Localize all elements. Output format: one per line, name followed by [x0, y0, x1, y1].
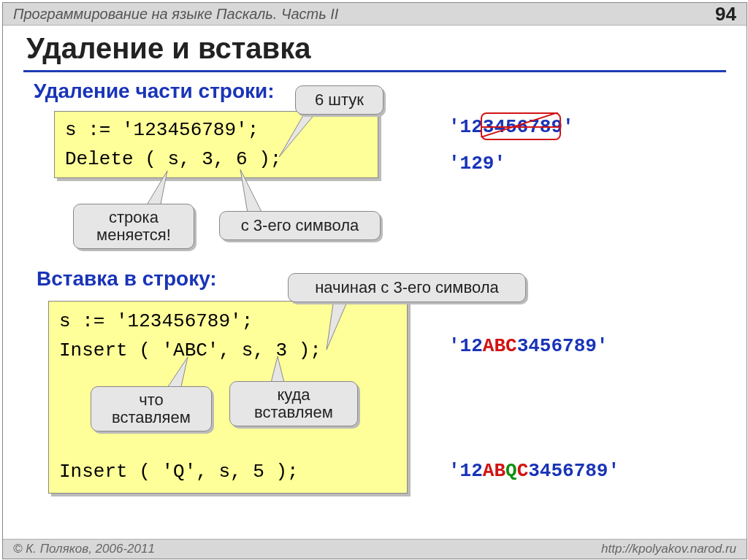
text: '12	[449, 335, 483, 357]
callout-where-insert: куда вставляем	[229, 381, 358, 426]
code-line: Insert ( 'Q', s, 5 );	[59, 461, 299, 483]
text: '12	[449, 460, 483, 482]
slide: Программирование на языке Паскаль. Часть…	[2, 2, 747, 559]
bottombar: © К. Поляков, 2006-2011 http://kpolyakov…	[3, 539, 747, 559]
topbar: Программирование на языке Паскаль. Часть…	[3, 3, 747, 26]
callout-starting-third: начиная с 3-его символа	[288, 273, 526, 302]
callout-string-changes: строка меняется!	[73, 204, 194, 249]
callout-what-insert: что вставляем	[91, 386, 212, 431]
doc-title: Программирование на языке Паскаль. Часть…	[13, 6, 338, 23]
svg-marker-4	[327, 299, 348, 350]
codebox-delete: s := '123456789'; Delete ( s, 3, 6 );	[54, 111, 378, 178]
callout-tail-icon	[323, 295, 367, 353]
code-line: s := '123456789';	[65, 119, 259, 141]
result-after: '129'	[449, 153, 505, 174]
svg-marker-5	[166, 357, 188, 390]
callout-six-items: 6 штук	[295, 85, 383, 115]
result-insert-1: '12ABC3456789'	[449, 335, 608, 357]
callout-tail-icon	[264, 107, 323, 158]
text: ABC	[483, 335, 517, 357]
svg-line-3	[481, 112, 558, 137]
callout-from-third: с 3-его символа	[219, 211, 381, 240]
section1-heading: Удаление части строки:	[34, 80, 275, 103]
callout-tail-icon	[237, 169, 280, 217]
page-title: Удаление и вставка	[26, 32, 310, 65]
text: 3456789'	[528, 460, 619, 482]
code-line: s := '123456789';	[59, 310, 253, 332]
result-insert-2: '12ABQC3456789'	[449, 460, 619, 482]
title-rule	[23, 70, 726, 72]
text: AB	[483, 460, 505, 482]
text: Q	[505, 460, 517, 482]
svg-marker-2	[240, 169, 262, 213]
svg-marker-0	[279, 113, 316, 157]
text: C	[517, 460, 529, 482]
text: 3456789'	[517, 335, 608, 357]
section2-heading: Вставка в строку:	[37, 267, 217, 291]
strike-diag-icon	[481, 112, 558, 137]
svg-marker-1	[145, 171, 167, 207]
copyright: © К. Поляков, 2006-2011	[13, 542, 155, 556]
footer-link: http://kpolyakov.narod.ru	[601, 542, 736, 556]
page-number: 94	[715, 3, 736, 26]
